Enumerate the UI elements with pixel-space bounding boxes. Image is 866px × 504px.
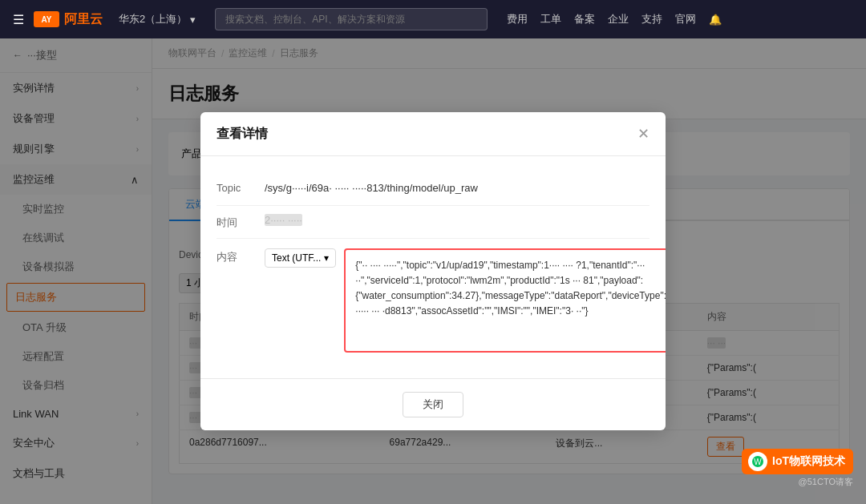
modal-close-button[interactable]: ✕ (637, 125, 650, 143)
content-value-box: 复制 {"·· ···· ·····","topic":"v1/up/ad19"… (344, 248, 666, 353)
time-value: 2····· ····· (265, 214, 650, 230)
top-nav: ☰ AY 阿里云 华东2（上海） ▾ 费用 工单 备案 企业 支持 官网 🔔 (0, 0, 866, 38)
modal-body: Topic /sys/g·····i/69a· ····· ·····813/t… (200, 156, 666, 378)
nav-search (215, 8, 488, 30)
modal-title: 查看详情 (216, 126, 268, 143)
nav-item-support[interactable]: 支持 (641, 12, 662, 26)
aliyun-logo: AY 阿里云 (34, 11, 103, 28)
nav-item-fees[interactable]: 费用 (507, 12, 528, 26)
nav-item-enterprise[interactable]: 企业 (608, 12, 629, 26)
region-selector[interactable]: 华东2（上海） ▾ (119, 12, 196, 26)
dropdown-arrow-icon: ▾ (324, 252, 329, 264)
content-format-select[interactable]: Text (UTF... ▾ (265, 248, 336, 268)
svg-text:W: W (754, 458, 762, 466)
content-label: 内容 (216, 248, 265, 264)
nav-search-input[interactable] (215, 8, 488, 30)
topic-label: Topic (216, 180, 265, 197)
detail-modal: 查看详情 ✕ Topic /sys/g·····i/69a· ····· ···… (200, 112, 666, 430)
watermark: W IoT物联网技术 @51CTO请客 (742, 449, 853, 488)
topic-row: Topic /sys/g·····i/69a· ····· ·····813/t… (216, 172, 650, 206)
nav-item-official[interactable]: 官网 (675, 12, 696, 26)
nav-item-beian[interactable]: 备案 (574, 12, 595, 26)
hamburger-icon[interactable]: ☰ (13, 12, 24, 27)
time-row: 时间 2····· ····· (216, 206, 650, 239)
modal-footer: 关闭 (200, 378, 666, 430)
nav-item-ticket[interactable]: 工单 (540, 12, 561, 26)
content-text: {"·· ···· ·····","topic":"v1/up/ad19","t… (355, 260, 666, 317)
topic-value: /sys/g·····i/69a· ····· ·····813/thing/m… (265, 180, 650, 197)
watermark-sub: @51CTO请客 (799, 476, 853, 488)
watermark-badge: W IoT物联网技术 (742, 449, 853, 474)
nav-right: 费用 工单 备案 企业 支持 官网 🔔 (507, 12, 722, 26)
modal-close-btn[interactable]: 关闭 (403, 392, 463, 417)
watermark-main: IoT物联网技术 (772, 454, 845, 469)
modal-overlay: 查看详情 ✕ Topic /sys/g·····i/69a· ····· ···… (0, 38, 866, 504)
time-label: 时间 (216, 214, 265, 230)
nav-bell[interactable]: 🔔 (709, 14, 722, 26)
modal-header: 查看详情 ✕ (200, 112, 666, 156)
watermark-icon: W (748, 452, 767, 471)
content-row: 内容 Text (UTF... ▾ 复制 {"·· ···· ·····","t… (216, 239, 650, 362)
